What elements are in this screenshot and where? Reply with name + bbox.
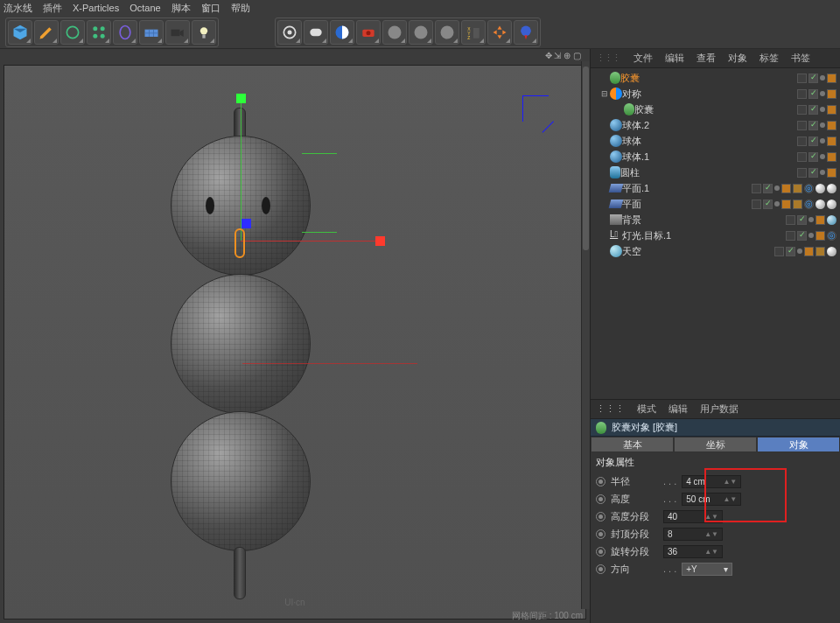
tree-row[interactable]: ⊟对称 [591, 86, 840, 102]
tree-tags[interactable] [797, 74, 836, 83]
menu-plugins[interactable]: 插件 [43, 2, 62, 15]
spinner-icon[interactable]: ▲▼ [704, 531, 718, 537]
object-tree[interactable]: 胶囊⊟对称胶囊球体.2球体球体.1圆柱平面.1平面背景L⃘灯光.目标.1天空 [591, 68, 840, 399]
tag-material-icon[interactable] [816, 184, 825, 193]
editor-dot-icon[interactable] [774, 186, 780, 191]
menu-xparticles[interactable]: X-Particles [73, 3, 119, 13]
tree-row[interactable]: L⃘灯光.目标.1 [591, 228, 840, 243]
tag-material-icon[interactable] [827, 215, 836, 225]
tool-nurbs[interactable] [60, 20, 85, 45]
om-tab-view[interactable]: 查看 [696, 52, 716, 65]
editor-dot-icon[interactable] [797, 248, 802, 254]
attr-radio-capseg[interactable] [596, 529, 606, 539]
viewport-pan-icon[interactable]: ✥ ⇲ ⊕ ▢ [545, 51, 581, 60]
visibility-toggle-icon[interactable] [808, 105, 818, 115]
layer-toggle-icon[interactable] [797, 121, 807, 130]
layer-toggle-icon[interactable] [797, 168, 807, 178]
menu-help[interactable]: 帮助 [231, 2, 250, 15]
tag-phong-icon[interactable] [827, 89, 836, 99]
tag-phong-icon[interactable] [781, 200, 791, 209]
attr-tab-basic[interactable]: 基本 [591, 437, 674, 452]
tag-phong-icon[interactable] [827, 105, 836, 115]
render-axes[interactable]: XYZ [461, 20, 486, 45]
am-tab-user[interactable]: 用户数据 [700, 402, 738, 416]
viewport-scrollbar[interactable] [581, 61, 590, 609]
tree-tags[interactable] [786, 231, 836, 241]
visibility-toggle-icon[interactable] [797, 215, 807, 225]
attr-field-hseg[interactable]: 40▲▼ [663, 510, 723, 523]
attr-radio-radius[interactable] [596, 477, 606, 486]
tag-phong-icon[interactable] [827, 136, 836, 146]
visibility-toggle-icon[interactable] [797, 231, 807, 241]
gizmo-y-handle[interactable] [236, 94, 246, 103]
editor-dot-icon[interactable] [820, 122, 825, 128]
tree-tags[interactable] [774, 247, 836, 256]
layer-toggle-icon[interactable] [786, 231, 795, 241]
tree-tags[interactable] [797, 121, 836, 130]
layer-toggle-icon[interactable] [786, 215, 795, 225]
editor-dot-icon[interactable] [820, 138, 825, 144]
render-drop[interactable] [514, 20, 538, 45]
tree-row[interactable]: 圆柱 [591, 164, 840, 180]
tree-expander[interactable]: ⊟ [599, 89, 610, 98]
spinner-icon[interactable]: ▲▼ [704, 514, 718, 520]
attr-field-capseg[interactable]: 8▲▼ [663, 528, 723, 541]
editor-dot-icon[interactable] [820, 75, 825, 80]
visibility-toggle-icon[interactable] [808, 152, 818, 162]
attr-tab-object[interactable]: 对象 [757, 437, 840, 452]
viewport[interactable] [4, 65, 586, 620]
spinner-icon[interactable]: ▲▼ [723, 496, 737, 502]
layer-toggle-icon[interactable] [797, 74, 807, 83]
render-live[interactable] [277, 20, 302, 45]
attr-field-height[interactable]: 50 cm▲▼ [682, 493, 741, 506]
tool-cube[interactable] [8, 20, 32, 45]
om-tab-tags[interactable]: 标签 [760, 52, 779, 65]
tree-tags[interactable] [797, 168, 836, 178]
tag-target-icon[interactable] [804, 200, 814, 209]
tag-phong-icon[interactable] [816, 231, 825, 241]
om-tab-edit[interactable]: 编辑 [665, 52, 684, 65]
tree-row[interactable]: 球体.1 [591, 149, 840, 164]
tag-phong-icon[interactable] [816, 215, 825, 225]
viewport-nav[interactable]: ✥ ⇲ ⊕ ▢ [0, 49, 590, 61]
visibility-toggle-icon[interactable] [808, 168, 818, 178]
tree-row[interactable]: 平面 [591, 196, 840, 212]
attr-field-rotseg[interactable]: 36▲▼ [663, 545, 723, 558]
visibility-toggle-icon[interactable] [808, 74, 818, 83]
tree-tags[interactable] [797, 136, 836, 146]
gizmo-x-handle[interactable] [375, 236, 385, 246]
layer-toggle-icon[interactable] [797, 105, 807, 115]
tool-floor[interactable] [139, 20, 164, 45]
visibility-toggle-icon[interactable] [808, 136, 818, 146]
om-tab-file[interactable]: 文件 [634, 52, 653, 65]
spinner-icon[interactable]: ▲▼ [723, 479, 737, 485]
render-mat1[interactable] [382, 20, 407, 45]
tree-row[interactable]: 胶囊 [591, 102, 840, 117]
tool-light[interactable] [192, 20, 216, 45]
tag-material-icon[interactable] [816, 200, 825, 209]
spinner-icon[interactable]: ▲▼ [704, 549, 718, 555]
tag-phong-icon[interactable] [827, 121, 836, 130]
panel-grip-icon[interactable]: ⋮⋮⋮ [596, 52, 620, 64]
editor-dot-icon[interactable] [808, 217, 814, 222]
menu-window[interactable]: 窗口 [201, 2, 220, 15]
tree-tags[interactable] [752, 200, 836, 209]
render-toggle[interactable] [304, 20, 328, 45]
visibility-toggle-icon[interactable] [808, 121, 818, 130]
menu-scripts[interactable]: 脚本 [172, 2, 191, 15]
tree-row[interactable]: 胶囊 [591, 70, 840, 86]
render-contrast[interactable] [330, 20, 354, 45]
attr-radio-rotseg[interactable] [596, 547, 606, 556]
tree-row[interactable]: 背景 [591, 212, 840, 228]
tag-compositing-icon[interactable] [793, 200, 802, 209]
tree-row[interactable]: 平面.1 [591, 180, 840, 196]
om-tab-book[interactable]: 书签 [791, 52, 810, 65]
gizmo-z-handle[interactable] [242, 219, 251, 228]
editor-dot-icon[interactable] [820, 170, 825, 175]
tree-row[interactable]: 天空 [591, 243, 840, 259]
gizmo-x-axis[interactable] [241, 241, 379, 242]
om-tab-object[interactable]: 对象 [728, 52, 747, 65]
tag-material-icon[interactable] [827, 200, 836, 209]
render-mat3[interactable] [435, 20, 459, 45]
tag-material-icon[interactable] [827, 184, 836, 193]
